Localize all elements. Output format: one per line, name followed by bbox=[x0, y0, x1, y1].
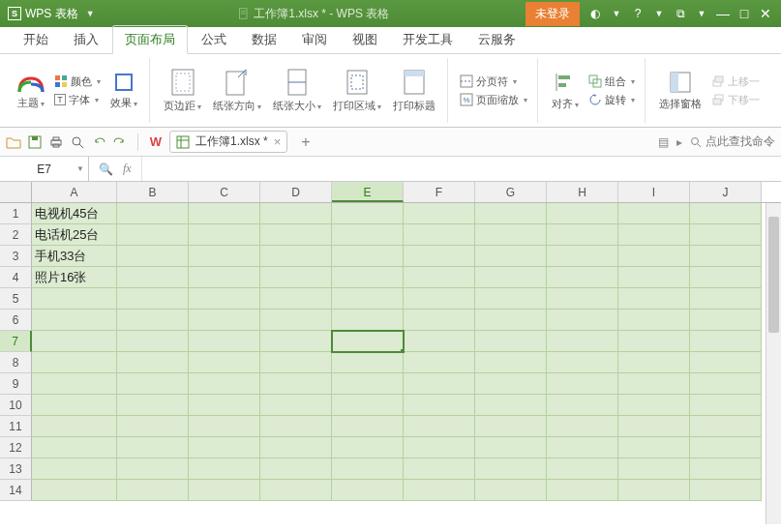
cell-H11[interactable] bbox=[547, 416, 618, 437]
printarea-button[interactable]: 打印区域▾ bbox=[327, 66, 387, 115]
cell-D7[interactable] bbox=[260, 331, 332, 352]
fx-icon[interactable]: fx bbox=[123, 162, 132, 176]
row-header-7[interactable]: 7 bbox=[0, 331, 32, 352]
group-button[interactable]: 组合▾ bbox=[585, 74, 639, 90]
shirt-icon[interactable]: ◐ bbox=[586, 7, 605, 20]
help-button[interactable]: ? bbox=[628, 7, 647, 20]
cell-H6[interactable] bbox=[547, 310, 618, 331]
cell-F10[interactable] bbox=[404, 395, 475, 416]
cell-G11[interactable] bbox=[475, 416, 547, 437]
menu-start[interactable]: 开始 bbox=[12, 26, 60, 53]
font-button[interactable]: T字体▾ bbox=[50, 92, 105, 108]
cell-G13[interactable] bbox=[475, 458, 547, 480]
qat-list-icon[interactable]: ▤ bbox=[658, 135, 669, 149]
col-header-I[interactable]: I bbox=[618, 182, 690, 202]
col-header-E[interactable]: E bbox=[332, 182, 404, 202]
cell-H13[interactable] bbox=[547, 458, 618, 480]
selectpane-button[interactable]: 选择窗格 bbox=[653, 68, 707, 113]
cell-H14[interactable] bbox=[547, 480, 618, 501]
tab-close-button[interactable]: × bbox=[274, 134, 282, 149]
cell-D2[interactable] bbox=[260, 224, 332, 246]
vertical-scrollbar[interactable] bbox=[766, 203, 781, 524]
close-button[interactable]: ✕ bbox=[756, 6, 775, 21]
cell-D1[interactable] bbox=[260, 203, 332, 224]
help-dropdown[interactable]: ▼ bbox=[649, 9, 669, 18]
menu-cloud[interactable]: 云服务 bbox=[466, 26, 527, 53]
cell-E8[interactable] bbox=[332, 352, 404, 373]
menu-insert[interactable]: 插入 bbox=[62, 26, 110, 53]
menu-devtools[interactable]: 开发工具 bbox=[391, 26, 465, 53]
cell-J3[interactable] bbox=[690, 246, 762, 267]
menu-data[interactable]: 数据 bbox=[240, 26, 288, 53]
cell-F5[interactable] bbox=[404, 288, 475, 310]
cell-G14[interactable] bbox=[475, 480, 547, 501]
cell-D11[interactable] bbox=[260, 416, 332, 437]
cell-I2[interactable] bbox=[618, 224, 690, 246]
cell-H5[interactable] bbox=[547, 288, 618, 310]
cell-D13[interactable] bbox=[260, 458, 332, 480]
cell-B4[interactable] bbox=[117, 267, 189, 288]
cell-J13[interactable] bbox=[690, 458, 762, 480]
cell-J6[interactable] bbox=[690, 310, 762, 331]
pagescale-button[interactable]: %页面缩放▾ bbox=[456, 92, 531, 108]
cell-B5[interactable] bbox=[117, 288, 189, 310]
cell-C4[interactable] bbox=[189, 267, 260, 288]
new-tab-button[interactable]: + bbox=[293, 133, 317, 151]
cell-F12[interactable] bbox=[404, 437, 475, 458]
cell-C8[interactable] bbox=[189, 352, 260, 373]
cell-B2[interactable] bbox=[117, 224, 189, 246]
col-header-B[interactable]: B bbox=[117, 182, 189, 202]
row-header-12[interactable]: 12 bbox=[0, 437, 32, 458]
col-header-D[interactable]: D bbox=[260, 182, 332, 202]
cell-E5[interactable] bbox=[332, 288, 404, 310]
cell-E12[interactable] bbox=[332, 437, 404, 458]
cell-D8[interactable] bbox=[260, 352, 332, 373]
cell-H3[interactable] bbox=[547, 246, 618, 267]
cell-E9[interactable] bbox=[332, 373, 404, 395]
cell-A10[interactable] bbox=[32, 395, 117, 416]
cell-I14[interactable] bbox=[618, 480, 690, 501]
cell-C12[interactable] bbox=[189, 437, 260, 458]
cell-B7[interactable] bbox=[117, 331, 189, 352]
cell-C14[interactable] bbox=[189, 480, 260, 501]
cell-I12[interactable] bbox=[618, 437, 690, 458]
cell-A8[interactable] bbox=[32, 352, 117, 373]
cell-E3[interactable] bbox=[332, 246, 404, 267]
cell-I11[interactable] bbox=[618, 416, 690, 437]
row-header-4[interactable]: 4 bbox=[0, 267, 32, 288]
cell-I7[interactable] bbox=[618, 331, 690, 352]
cell-F13[interactable] bbox=[404, 458, 475, 480]
cell-B11[interactable] bbox=[117, 416, 189, 437]
cell-D6[interactable] bbox=[260, 310, 332, 331]
row-header-2[interactable]: 2 bbox=[0, 224, 32, 246]
cell-G1[interactable] bbox=[475, 203, 547, 224]
cell-H4[interactable] bbox=[547, 267, 618, 288]
theme-button[interactable]: 主题▾ bbox=[12, 69, 50, 112]
cell-F14[interactable] bbox=[404, 480, 475, 501]
cell-G4[interactable] bbox=[475, 267, 547, 288]
cell-A1[interactable]: 电视机45台 bbox=[32, 203, 117, 224]
qat-undo-icon[interactable] bbox=[91, 134, 106, 150]
skin-dropdown[interactable]: ▼ bbox=[607, 9, 626, 18]
cell-H12[interactable] bbox=[547, 437, 618, 458]
cell-D10[interactable] bbox=[260, 395, 332, 416]
qat-save-icon[interactable] bbox=[27, 134, 43, 150]
cell-C3[interactable] bbox=[189, 246, 260, 267]
cell-E2[interactable] bbox=[332, 224, 404, 246]
cell-A11[interactable] bbox=[32, 416, 117, 437]
cell-E4[interactable] bbox=[332, 267, 404, 288]
movedown-button[interactable]: 下移一 bbox=[707, 92, 764, 108]
cell-F11[interactable] bbox=[404, 416, 475, 437]
cell-I9[interactable] bbox=[618, 373, 690, 395]
row-header-1[interactable]: 1 bbox=[0, 203, 32, 224]
cell-J2[interactable] bbox=[690, 224, 762, 246]
rotate-button[interactable]: 旋转▾ bbox=[585, 92, 639, 108]
cell-D14[interactable] bbox=[260, 480, 332, 501]
cell-E13[interactable] bbox=[332, 458, 404, 480]
row-header-10[interactable]: 10 bbox=[0, 395, 32, 416]
cell-G3[interactable] bbox=[475, 246, 547, 267]
col-header-A[interactable]: A bbox=[32, 182, 117, 202]
col-header-H[interactable]: H bbox=[547, 182, 618, 202]
cell-C11[interactable] bbox=[189, 416, 260, 437]
margins-button[interactable]: 页边距▾ bbox=[158, 66, 207, 115]
